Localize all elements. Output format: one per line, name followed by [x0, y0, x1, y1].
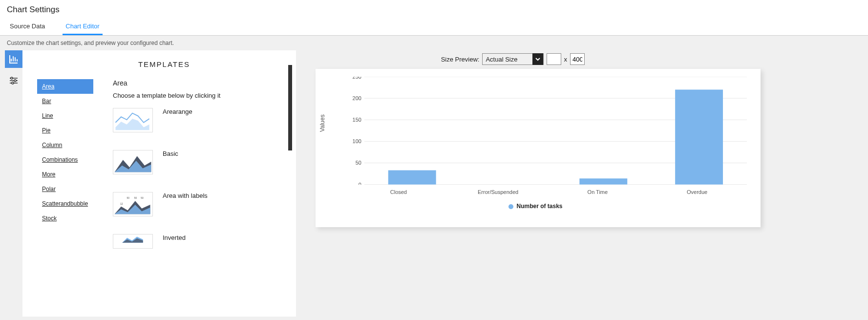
height-input[interactable] [570, 53, 585, 65]
category-stock[interactable]: Stock [37, 211, 93, 226]
templates-panel: TEMPLATES Area Bar Line Pie Column Combi… [22, 50, 296, 317]
chart-preview: Values 050100150200250 ClosedError/Suspe… [316, 69, 761, 227]
template-category-list: Area Bar Line Pie Column Combinations Mo… [37, 79, 93, 266]
tab-source-data[interactable]: Source Data [7, 18, 48, 35]
chart-legend: Number of tasks [320, 203, 751, 210]
svg-text:12: 12 [120, 203, 123, 205]
tab-bar: Source Data Chart Editor [0, 18, 868, 36]
x-tick-label: Closed [349, 189, 448, 195]
svg-rect-29 [675, 89, 723, 184]
size-label: Size Preview: [441, 56, 480, 63]
template-basic[interactable]: Basic [113, 150, 291, 174]
category-pie[interactable]: Pie [37, 123, 93, 138]
category-scatterandbubble[interactable]: Scatterandbubble [37, 196, 93, 211]
dimension-x: x [564, 56, 568, 63]
size-preview-row: Size Preview: Actual Size x [316, 53, 863, 65]
svg-text:50: 50 [127, 197, 130, 199]
svg-rect-26 [388, 171, 436, 185]
category-column[interactable]: Column [37, 138, 93, 152]
template-inverted[interactable]: Inverted [113, 234, 291, 249]
category-area[interactable]: Area [37, 79, 93, 94]
y-axis-label: Values [319, 114, 326, 132]
size-select[interactable]: Actual Size [482, 53, 543, 65]
settings-tool-button[interactable] [5, 72, 22, 89]
thumb-arearange-icon [113, 108, 153, 132]
template-group-title: Area [113, 79, 291, 87]
editor-sidebar [5, 50, 22, 317]
svg-text:200: 200 [353, 95, 361, 101]
tab-description: Customize the chart settings, and previe… [0, 36, 868, 50]
category-more[interactable]: More [37, 167, 93, 182]
templates-heading: TEMPLATES [37, 60, 291, 68]
thumb-basic-icon [113, 150, 153, 174]
width-input[interactable] [547, 53, 561, 65]
svg-text:50: 50 [356, 160, 361, 166]
svg-point-1 [14, 80, 16, 82]
x-tick-label: Error/Suspended [448, 189, 548, 195]
svg-rect-28 [579, 178, 627, 184]
chevron-down-icon [532, 53, 543, 65]
svg-point-0 [11, 77, 13, 79]
panel-scrollbar[interactable] [288, 65, 292, 150]
template-area-with-labels[interactable]: 12505050 Area with labels [113, 192, 291, 216]
legend-label: Number of tasks [516, 203, 562, 210]
category-combinations[interactable]: Combinations [37, 152, 93, 167]
thumb-inverted-icon [113, 234, 153, 249]
templates-tool-button[interactable] [5, 50, 22, 68]
template-label: Basic [163, 150, 178, 157]
bar-chart-icon [9, 54, 19, 64]
svg-text:0: 0 [359, 182, 361, 185]
template-label: Inverted [163, 234, 186, 241]
sliders-icon [9, 76, 18, 85]
x-tick-label: On Time [548, 189, 648, 195]
category-bar[interactable]: Bar [37, 94, 93, 108]
category-line[interactable]: Line [37, 108, 93, 123]
template-arearange[interactable]: Arearange [113, 108, 291, 132]
size-select-value: Actual Size [483, 54, 532, 64]
x-tick-label: Overdue [647, 189, 747, 195]
thumb-labels-icon: 12505050 [113, 192, 153, 216]
svg-text:100: 100 [353, 138, 361, 144]
legend-dot-icon [508, 204, 513, 209]
category-polar[interactable]: Polar [37, 182, 93, 196]
page-title: Chart Settings [0, 0, 868, 18]
svg-text:150: 150 [353, 117, 361, 123]
svg-marker-3 [115, 119, 149, 130]
svg-point-2 [12, 82, 14, 84]
template-group-subtitle: Choose a template below by clicking it [113, 92, 291, 99]
template-label: Arearange [163, 108, 192, 115]
svg-text:50: 50 [141, 197, 144, 199]
svg-text:250: 250 [353, 77, 361, 80]
chart-plot: 050100150200250 [349, 77, 747, 185]
svg-text:50: 50 [134, 197, 137, 199]
tab-chart-editor[interactable]: Chart Editor [63, 18, 102, 35]
template-label: Area with labels [163, 192, 208, 199]
